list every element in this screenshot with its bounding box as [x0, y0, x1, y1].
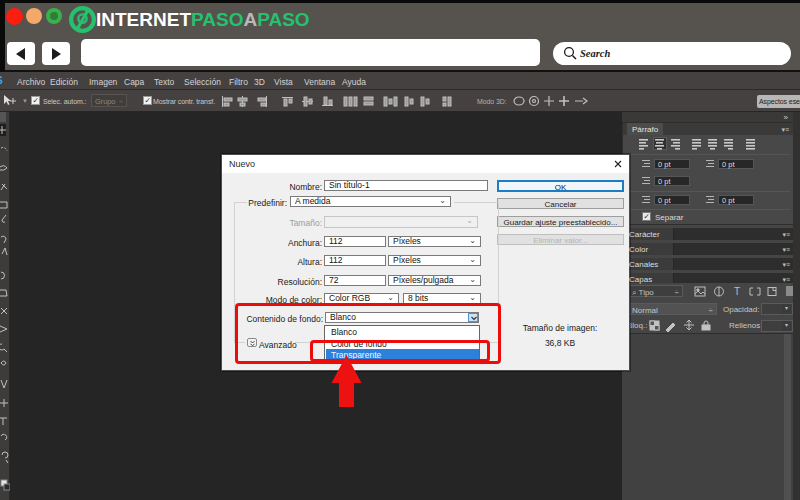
svg-text:Search: Search [580, 48, 610, 59]
svg-text:T: T [734, 286, 740, 297]
